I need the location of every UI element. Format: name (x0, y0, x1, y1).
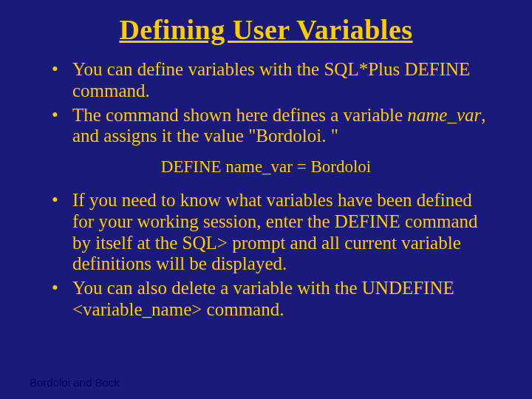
variable-name: name_var (407, 105, 481, 125)
bullet-list-bottom: If you need to know what variables have … (30, 190, 502, 321)
bullet-item: If you need to know what variables have … (52, 190, 495, 275)
bullet-item: The command shown here defines a variabl… (52, 105, 495, 148)
bullet-text: You can define variables with the SQL*Pl… (72, 59, 470, 100)
bullet-item: You can define variables with the SQL*Pl… (52, 59, 495, 102)
bullet-text: You can also delete a variable with the … (72, 278, 454, 319)
slide: Defining User Variables You can define v… (0, 0, 532, 399)
footer-credit: Bordoloi and Bock (30, 376, 120, 389)
bullet-text-pre: The command shown here defines a variabl… (72, 105, 407, 125)
bullet-text: If you need to know what variables have … (72, 190, 478, 273)
bullet-list-top: You can define variables with the SQL*Pl… (30, 59, 502, 147)
slide-title: Defining User Variables (30, 13, 502, 46)
code-example: DEFINE name_var = Bordoloi (30, 157, 502, 177)
bullet-item: You can also delete a variable with the … (52, 278, 495, 321)
